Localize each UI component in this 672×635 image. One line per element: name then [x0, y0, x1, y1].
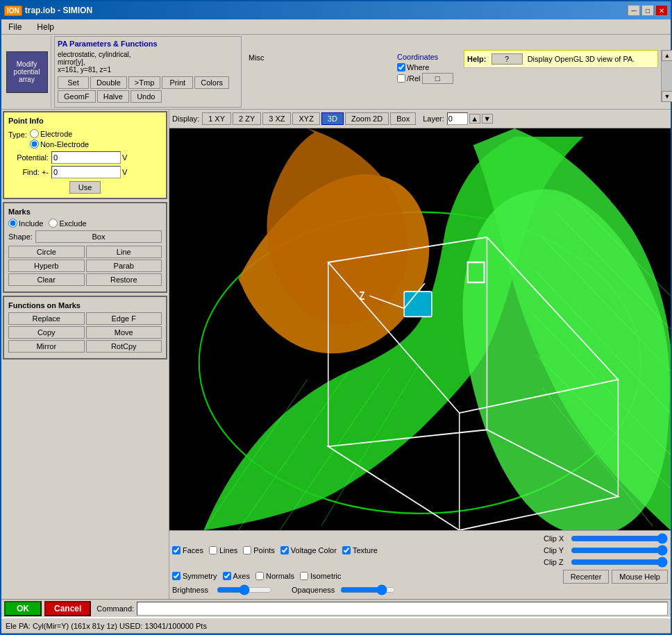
- tab-box[interactable]: Box: [390, 112, 416, 125]
- help-label: Help:: [467, 55, 487, 63]
- clip-x-slider[interactable]: [571, 534, 668, 543]
- include-label: Include: [19, 219, 43, 228]
- voltage-color-checkbox[interactable]: [280, 546, 289, 554]
- rotcpy-button[interactable]: RotCpy: [86, 340, 162, 353]
- electrode-label: Electrode: [40, 130, 72, 138]
- rel-checkbox[interactable]: [397, 74, 405, 83]
- help-button[interactable]: ?: [492, 53, 523, 65]
- 3d-viewport[interactable]: Z Y X Z ✕: [169, 128, 671, 530]
- close-button[interactable]: ✕: [655, 5, 668, 16]
- tmp-button[interactable]: >Tmp: [128, 76, 160, 89]
- minimize-button[interactable]: ─: [628, 5, 640, 16]
- tab-3d[interactable]: 3D: [321, 112, 344, 125]
- titlebar-buttons: ─ □ ✕: [628, 5, 668, 16]
- replace-button[interactable]: Replace: [8, 312, 85, 325]
- layer-input[interactable]: [447, 112, 468, 125]
- faces-checkbox[interactable]: [172, 546, 180, 554]
- texture-checkbox[interactable]: [342, 546, 351, 554]
- electrode-radio-label[interactable]: Electrode: [30, 129, 89, 138]
- voltage-color-label: Voltage Color: [291, 546, 337, 554]
- menu-help[interactable]: Help: [33, 21, 58, 33]
- parab-button[interactable]: Parab: [86, 260, 162, 272]
- electrode-radio[interactable]: [30, 129, 39, 138]
- clear-button[interactable]: Clear: [8, 273, 85, 286]
- print-button[interactable]: Print: [162, 76, 193, 89]
- copy-button[interactable]: Copy: [8, 326, 85, 339]
- faces-checkbox-label[interactable]: Faces: [172, 546, 203, 554]
- scroll-up-button[interactable]: ▲: [662, 50, 672, 61]
- where-checkbox[interactable]: [397, 63, 405, 71]
- menu-file[interactable]: File: [4, 21, 26, 33]
- brightness-slider[interactable]: [217, 585, 272, 595]
- double-button[interactable]: Double: [90, 76, 127, 89]
- left-panel: Point Info Type: Electrode Non-Electrode: [1, 110, 169, 599]
- use-button[interactable]: Use: [69, 181, 101, 194]
- line-button[interactable]: Line: [86, 246, 162, 258]
- tab-1xy[interactable]: 1 XY: [202, 112, 231, 125]
- tab-3xz[interactable]: 3 XZ: [262, 112, 291, 125]
- lines-label: Lines: [219, 546, 237, 554]
- find-unit: V: [122, 168, 127, 176]
- undo-button[interactable]: Undo: [131, 90, 162, 103]
- non-electrode-radio[interactable]: [30, 139, 39, 149]
- potential-input[interactable]: [51, 151, 121, 164]
- axes-checkbox[interactable]: [223, 572, 231, 580]
- clip-z-slider[interactable]: [571, 557, 668, 567]
- mouse-help-button[interactable]: Mouse Help: [612, 570, 668, 584]
- points-checkbox-label[interactable]: Points: [243, 546, 275, 554]
- include-radio[interactable]: [8, 219, 17, 228]
- clip-y-slider[interactable]: [571, 545, 668, 555]
- marks-button-grid: Circle Line Hyperb Parab Clear Restore: [8, 246, 162, 286]
- voltage-color-checkbox-label[interactable]: Voltage Color: [280, 546, 337, 554]
- layer-down-button[interactable]: ▼: [482, 114, 493, 124]
- mirror-button[interactable]: Mirror: [8, 340, 85, 353]
- app-icon: ION: [4, 6, 22, 16]
- symmetry-checkbox-label[interactable]: Symmetry: [172, 572, 217, 580]
- geomf-button[interactable]: GeomF: [58, 90, 96, 103]
- tab-zoom2d[interactable]: Zoom 2D: [345, 112, 389, 125]
- isometric-checkbox[interactable]: [300, 572, 308, 580]
- pa-btn-row2: GeomF Halve Undo: [58, 90, 238, 103]
- tab-xyz[interactable]: XYZ: [292, 112, 319, 125]
- clip-y-row: Clip Y: [544, 545, 668, 555]
- lines-checkbox-label[interactable]: Lines: [209, 546, 237, 554]
- find-input[interactable]: [51, 166, 121, 178]
- modify-array-sidebar: Modify potential array: [3, 36, 51, 108]
- hyperb-button[interactable]: Hyperb: [8, 260, 85, 272]
- clip-z-row: Clip Z: [544, 557, 668, 567]
- exclude-radio-label[interactable]: Exclude: [49, 219, 86, 228]
- normals-checkbox-label[interactable]: Normals: [255, 572, 294, 580]
- opaqueness-slider[interactable]: [340, 585, 396, 595]
- points-checkbox[interactable]: [243, 546, 251, 554]
- scroll-down-button[interactable]: ▼: [662, 91, 672, 102]
- colors-button[interactable]: Colors: [194, 76, 229, 89]
- ok-button[interactable]: OK: [4, 601, 42, 616]
- command-input[interactable]: [137, 602, 668, 616]
- points-label: Points: [253, 546, 275, 554]
- non-electrode-radio-label[interactable]: Non-Electrode: [30, 139, 89, 149]
- edge-f-button[interactable]: Edge F: [86, 312, 162, 325]
- halve-button[interactable]: Halve: [97, 90, 129, 103]
- circle-button[interactable]: Circle: [8, 246, 85, 258]
- layer-up-button[interactable]: ▲: [469, 114, 480, 124]
- exclude-radio[interactable]: [49, 219, 58, 228]
- cancel-button[interactable]: Cancel: [44, 601, 91, 616]
- shape-label: Shape:: [8, 232, 33, 241]
- tab-2zy[interactable]: 2 ZY: [233, 112, 261, 125]
- modify-array-button[interactable]: Modify potential array: [6, 51, 48, 93]
- set-button[interactable]: Set: [58, 76, 89, 89]
- box-shape-button[interactable]: Box: [35, 230, 162, 243]
- coords-extra-button[interactable]: □: [422, 73, 453, 84]
- isometric-checkbox-label[interactable]: Isometric: [300, 572, 342, 580]
- include-radio-label[interactable]: Include: [8, 219, 43, 228]
- normals-checkbox[interactable]: [255, 572, 264, 580]
- restore-button[interactable]: Restore: [86, 273, 162, 286]
- move-button[interactable]: Move: [86, 326, 162, 339]
- axes-checkbox-label[interactable]: Axes: [223, 572, 250, 580]
- recenter-button[interactable]: Recenter: [563, 570, 610, 584]
- symmetry-checkbox[interactable]: [172, 572, 180, 580]
- lines-checkbox[interactable]: [209, 546, 217, 554]
- texture-checkbox-label[interactable]: Texture: [342, 546, 378, 554]
- maximize-button[interactable]: □: [641, 5, 654, 16]
- display-label: Display:: [172, 115, 199, 123]
